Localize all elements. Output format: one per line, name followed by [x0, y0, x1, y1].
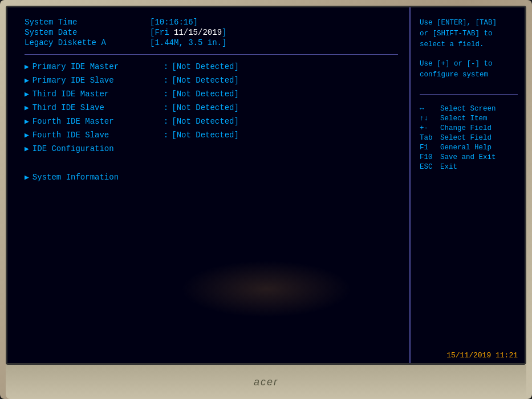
help-text-block2: Use [+] or [-] to configure system [420, 59, 518, 80]
bios-help-panel: Use [ENTER], [TAB] or [SHIFT-TAB] to sel… [411, 7, 525, 363]
spacer-2 [25, 163, 398, 171]
menu-ide-configuration[interactable]: ▶ IDE Configuration [25, 142, 398, 155]
arrow-icon-1: ▶ [25, 62, 29, 71]
arrow-icon-7: ▶ [25, 144, 29, 153]
bios-screen: System Time [10:16:16] System Date [Fri … [7, 7, 525, 363]
sysinfo-diskette-value: [1.44M, 3.5 in.] [150, 38, 226, 47]
key-row-general-help: F1 General Help [420, 144, 518, 152]
monitor-outer: System Time [10:16:16] System Date [Fri … [0, 0, 532, 399]
key-row-change-field: +- Change Field [420, 124, 518, 132]
sysinfo-diskette-row: Legacy Diskette A [1.44M, 3.5 in.] [25, 38, 398, 47]
help-divider [420, 94, 518, 95]
help-line5: Use [+] or [-] to [420, 59, 518, 70]
menu-primary-ide-slave[interactable]: ▶ Primary IDE Slave : [Not Detected] [25, 74, 398, 87]
menu-fourth-ide-slave[interactable]: ▶ Fourth IDE Slave : [Not Detected] [25, 129, 398, 141]
help-line1: Use [ENTER], [TAB] [420, 18, 518, 28]
label-primary-ide-master: Primary IDE Master [33, 62, 164, 71]
key-sym-f1: F1 [420, 144, 437, 152]
help-line6: configure system [420, 70, 518, 80]
key-sym-f10: F10 [420, 153, 437, 161]
key-sym-esc: ESC [420, 163, 437, 171]
timestamp-overlay: 15/11/2019 11:21 [446, 351, 518, 360]
menu-system-information[interactable]: ▶ System Information [25, 171, 398, 184]
key-row-save-exit: F10 Save and Exit [420, 153, 518, 161]
key-desc-change-field: Change Field [440, 124, 492, 132]
key-desc-select-item: Select Item [440, 115, 488, 123]
colon-5: : [164, 117, 168, 126]
key-sym-arrows: ↔ [420, 105, 437, 113]
menu-fourth-ide-master[interactable]: ▶ Fourth IDE Master : [Not Detected] [25, 115, 398, 128]
arrow-icon-8: ▶ [25, 173, 29, 182]
date-highlight: 11/15/2019 [174, 28, 222, 37]
sysinfo-time-value: [10:16:16] [150, 18, 198, 27]
value-third-ide-slave: [Not Detected] [172, 103, 239, 112]
help-line2: or [SHIFT-TAB] to [420, 28, 518, 39]
menu-third-ide-master[interactable]: ▶ Third IDE Master : [Not Detected] [25, 88, 398, 100]
menu-primary-ide-master[interactable]: ▶ Primary IDE Master : [Not Detected] [25, 60, 398, 73]
monitor-bezel-bottom: acer [6, 365, 526, 399]
colon-4: : [164, 103, 168, 112]
value-primary-ide-slave: [Not Detected] [172, 76, 239, 85]
help-text-block: Use [ENTER], [TAB] or [SHIFT-TAB] to sel… [420, 18, 518, 50]
label-primary-ide-slave: Primary IDE Slave [33, 76, 164, 85]
arrow-icon-3: ▶ [25, 89, 29, 99]
bios-main-panel: System Time [10:16:16] System Date [Fri … [7, 7, 411, 363]
value-fourth-ide-slave: [Not Detected] [172, 131, 239, 140]
label-ide-configuration: IDE Configuration [33, 144, 164, 153]
key-sym-tab: Tab [420, 134, 437, 142]
key-desc-general-help: General Help [440, 144, 492, 152]
label-third-ide-slave: Third IDE Slave [33, 103, 164, 112]
sysinfo-diskette-label: Legacy Diskette A [25, 38, 150, 47]
key-row-select-field: Tab Select Field [420, 134, 518, 142]
brand-label: acer [254, 376, 278, 388]
arrow-icon-6: ▶ [25, 131, 29, 140]
value-primary-ide-master: [Not Detected] [172, 62, 239, 71]
colon-1: : [164, 62, 168, 71]
spacer-1 [25, 155, 398, 163]
key-sym-ud: ↑↓ [420, 115, 437, 123]
menu-section: ▶ Primary IDE Master : [Not Detected] ▶ … [25, 60, 398, 155]
key-sym-pm: +- [420, 124, 437, 132]
value-fourth-ide-master: [Not Detected] [172, 117, 239, 126]
sysinfo-time-label: System Time [25, 18, 150, 27]
screen-area: System Time [10:16:16] System Date [Fri … [6, 6, 526, 365]
label-fourth-ide-slave: Fourth IDE Slave [33, 131, 164, 140]
sysinfo-date-row: System Date [Fri 11/15/2019] [25, 28, 398, 37]
help-line3: select a field. [420, 39, 518, 50]
sysinfo-date-label: System Date [25, 28, 150, 37]
arrow-icon-5: ▶ [25, 117, 29, 126]
colon-2: : [164, 76, 168, 85]
colon-6: : [164, 131, 168, 140]
value-third-ide-master: [Not Detected] [172, 89, 239, 99]
colon-3: : [164, 89, 168, 99]
label-third-ide-master: Third IDE Master [33, 89, 164, 99]
key-row-select-screen: ↔ Select Screen [420, 105, 518, 113]
menu-third-ide-slave[interactable]: ▶ Third IDE Slave : [Not Detected] [25, 101, 398, 114]
arrow-icon-4: ▶ [25, 103, 29, 112]
key-desc-save-exit: Save and Exit [440, 153, 496, 161]
arrow-icon-2: ▶ [25, 76, 29, 85]
key-row-select-item: ↑↓ Select Item [420, 115, 518, 123]
divider-top [25, 54, 398, 55]
sysinfo-time-row: System Time [10:16:16] [25, 18, 398, 27]
key-desc-exit: Exit [440, 163, 457, 171]
label-fourth-ide-master: Fourth IDE Master [33, 117, 164, 126]
key-row-exit: ESC Exit [420, 163, 518, 171]
sysinfo-date-value: [Fri 11/15/2019] [150, 28, 226, 37]
key-desc-select-field: Select Field [440, 134, 492, 142]
label-system-information: System Information [33, 173, 164, 182]
help-keys-section: ↔ Select Screen ↑↓ Select Item +- Change… [420, 105, 518, 171]
key-desc-select-screen: Select Screen [440, 105, 496, 113]
